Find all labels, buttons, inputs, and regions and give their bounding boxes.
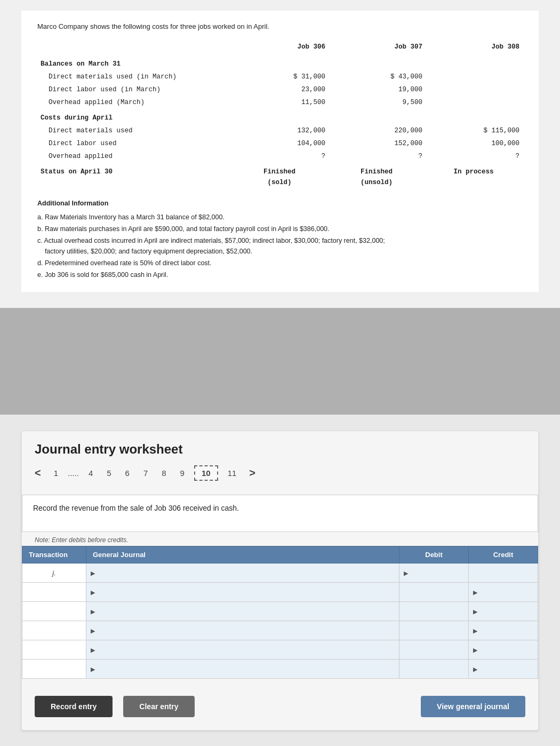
page-11[interactable]: 11 <box>223 466 241 480</box>
debit-cell-4[interactable] <box>399 621 469 640</box>
page-9[interactable]: 9 <box>176 466 189 480</box>
page-4[interactable]: 4 <box>84 466 97 480</box>
header-job307: Job 307 <box>329 41 425 54</box>
journal-table-container: Transaction General Journal Debit Credit… <box>22 546 538 687</box>
table-row: ▶ ▶ <box>22 659 538 678</box>
debit-cell-1[interactable]: ▶ <box>399 563 469 582</box>
journal-header: Journal entry worksheet < 1 ..... 4 5 6 … <box>22 431 538 495</box>
gj-cell-5[interactable]: ▶ <box>86 640 399 659</box>
val-dm-307: $ 43,000 <box>329 71 425 83</box>
credit-cell-6[interactable]: ▶ <box>469 659 538 678</box>
journal-title: Journal entry worksheet <box>35 442 525 457</box>
gj-cell-6[interactable]: ▶ <box>86 659 399 678</box>
additional-info-e: e. Job 306 is sold for $685,000 cash in … <box>37 269 523 280</box>
gj-cell-1[interactable]: ▶ <box>86 563 399 582</box>
table-row: ▶ ▶ <box>22 621 538 640</box>
page-5[interactable]: 5 <box>102 466 115 480</box>
transaction-cell-4 <box>22 621 86 640</box>
section-balances: Balances on March 31 <box>38 55 522 70</box>
cost-table: Job 306 Job 307 Job 308 Balances on Marc… <box>37 40 523 189</box>
transaction-cell-1: j. <box>22 563 86 582</box>
document-content: Marco Company shows the following costs … <box>21 11 539 292</box>
journal-section: Journal entry worksheet < 1 ..... 4 5 6 … <box>0 415 560 746</box>
credit-cell-5[interactable]: ▶ <box>469 640 538 659</box>
label-dl-march: Direct labor used (in March) <box>38 84 230 96</box>
top-section: Marco Company shows the following costs … <box>0 0 560 308</box>
val-status-306: Finished(sold) <box>231 163 327 188</box>
credit-cell-2[interactable]: ▶ <box>469 582 538 601</box>
header-job308: Job 308 <box>426 41 522 54</box>
page-6[interactable]: 6 <box>121 466 134 480</box>
label-status: Status on April 30 <box>38 163 230 188</box>
val-dl-306-march: 23,000 <box>231 84 327 96</box>
val-dl-307-march: 19,000 <box>329 84 425 96</box>
page-nav: < 1 ..... 4 5 6 7 8 9 10 11 > <box>35 465 525 481</box>
label-dl-april: Direct labor used <box>38 138 230 149</box>
additional-info-b: b. Raw materials purchases in April are … <box>37 224 523 234</box>
gj-cell-4[interactable]: ▶ <box>86 621 399 640</box>
val-dl-308-april: 100,000 <box>426 138 522 149</box>
val-oh-307-april: ? <box>329 150 425 162</box>
journal-table: Transaction General Journal Debit Credit… <box>22 546 538 679</box>
gj-cell-3[interactable]: ▶ <box>86 601 399 621</box>
instruction-box: Record the revenue from the sale of Job … <box>22 495 538 532</box>
page-1[interactable]: 1 <box>50 466 62 480</box>
table-row: j. ▶ ▶ <box>22 563 538 582</box>
transaction-cell-3 <box>22 601 86 621</box>
val-dl-307-april: 152,000 <box>329 138 425 149</box>
val-dm-306: $ 31,000 <box>231 71 327 83</box>
debit-cell-6[interactable] <box>399 659 469 678</box>
gj-cell-2[interactable]: ▶ <box>86 582 399 601</box>
val-dm-307-april: 220,000 <box>329 125 425 137</box>
page-7[interactable]: 7 <box>139 466 152 480</box>
section-costs: Costs during April <box>38 109 522 124</box>
val-dl-308-march <box>426 84 522 96</box>
table-row: ▶ ▶ <box>22 640 538 659</box>
page-8[interactable]: 8 <box>157 466 170 480</box>
val-oh-306-april: ? <box>231 150 327 162</box>
label-oh-march: Overhead applied (March) <box>38 97 230 108</box>
additional-info-a: a. Raw Materials Inventory has a March 3… <box>37 212 523 223</box>
debit-cell-3[interactable] <box>399 601 469 621</box>
additional-info: Additional Information a. Raw Materials … <box>37 198 523 280</box>
header-job306: Job 306 <box>231 41 327 54</box>
page-10[interactable]: 10 <box>194 465 218 481</box>
th-credit: Credit <box>469 546 538 563</box>
val-dl-306-april: 104,000 <box>231 138 327 149</box>
credit-cell-4[interactable]: ▶ <box>469 621 538 640</box>
credit-cell-1[interactable] <box>469 563 538 582</box>
label-dm-march: Direct materials used (in March) <box>38 71 230 83</box>
next-arrow[interactable]: > <box>249 467 255 479</box>
val-status-307: Finished(unsold) <box>329 163 425 188</box>
val-dm-308-april: $ 115,000 <box>426 125 522 137</box>
journal-card: Journal entry worksheet < 1 ..... 4 5 6 … <box>21 431 539 731</box>
transaction-cell-2 <box>22 582 86 601</box>
table-row: ▶ ▶ <box>22 582 538 601</box>
transaction-cell-5 <box>22 640 86 659</box>
credit-cell-3[interactable]: ▶ <box>469 601 538 621</box>
val-dm-308 <box>426 71 522 83</box>
val-oh-307-march: 9,500 <box>329 97 425 108</box>
debit-cell-2[interactable] <box>399 582 469 601</box>
page-dots: ..... <box>68 469 79 478</box>
view-general-journal-button[interactable]: View general journal <box>421 696 525 717</box>
additional-info-d: d. Predetermined overhead rate is 50% of… <box>37 258 523 268</box>
val-oh-308-march <box>426 97 522 108</box>
th-transaction: Transaction <box>22 546 86 563</box>
val-oh-308-april: ? <box>426 150 522 162</box>
prev-arrow[interactable]: < <box>35 467 41 479</box>
debit-cell-5[interactable] <box>399 640 469 659</box>
th-debit: Debit <box>399 546 469 563</box>
record-entry-button[interactable]: Record entry <box>35 696 113 717</box>
transaction-cell-6 <box>22 659 86 678</box>
label-dm-april: Direct materials used <box>38 125 230 137</box>
clear-entry-button[interactable]: Clear entry <box>123 696 194 717</box>
gray-gap <box>0 308 560 415</box>
nav-pages: 1 ..... 4 5 6 7 8 9 10 11 <box>50 465 241 481</box>
button-row: Record entry Clear entry View general jo… <box>22 687 538 730</box>
val-oh-306-march: 11,500 <box>231 97 327 108</box>
instruction-text: Record the revenue from the sale of Job … <box>33 504 239 512</box>
table-row: ▶ ▶ <box>22 601 538 621</box>
val-dm-306-april: 132,000 <box>231 125 327 137</box>
intro-text: Marco Company shows the following costs … <box>37 21 523 33</box>
